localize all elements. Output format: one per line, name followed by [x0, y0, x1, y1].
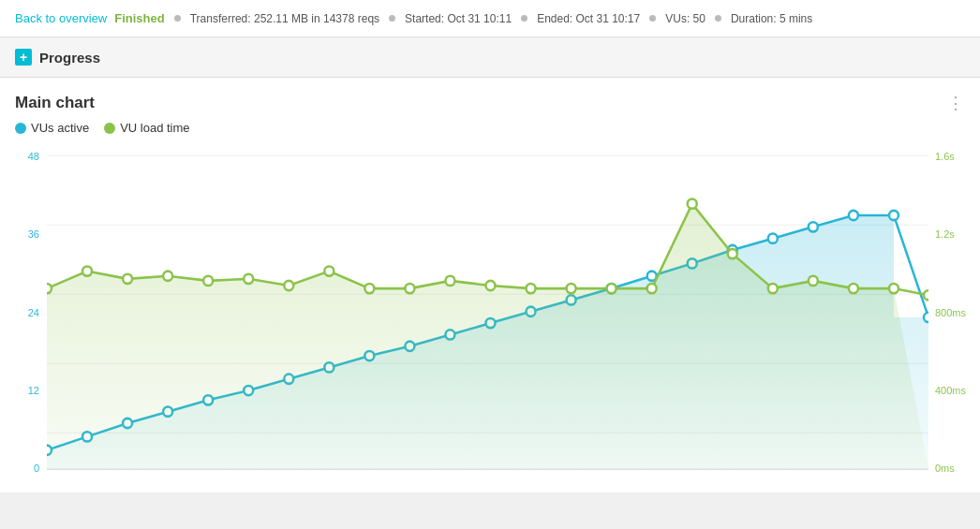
back-link[interactable]: Back to overview	[15, 11, 107, 25]
progress-title: + Progress	[15, 49, 965, 66]
progress-label: Progress	[39, 50, 100, 66]
legend-dot-blue	[15, 123, 26, 134]
chart-header: Main chart ⋮	[0, 93, 980, 121]
y-label-12: 12	[0, 385, 45, 396]
svg-point-43	[527, 284, 536, 293]
svg-point-39	[364, 284, 374, 293]
legend-label-vus: VUs active	[31, 121, 89, 135]
y-label-right-0ms: 0ms	[929, 463, 980, 474]
chart-svg	[47, 146, 928, 492]
y-label-right-1.6s: 1.6s	[929, 151, 980, 162]
svg-point-35	[203, 276, 213, 286]
y-label-24: 24	[0, 307, 45, 318]
y-label-36: 36	[0, 228, 45, 240]
legend-item-vus: VUs active	[15, 121, 89, 135]
svg-point-49	[768, 284, 778, 293]
svg-point-38	[324, 266, 334, 275]
plus-icon: +	[15, 49, 32, 66]
y-axis-right: 1.6s 1.2s 800ms 400ms 0ms	[929, 146, 980, 492]
svg-point-51	[849, 284, 858, 293]
svg-point-48	[728, 249, 737, 258]
dot-separator-5	[715, 15, 721, 22]
meta-duration: Duration: 5 mins	[731, 12, 812, 25]
status-badge: Finished	[114, 11, 164, 25]
svg-point-29	[924, 313, 928, 322]
meta-vus: VUs: 50	[665, 12, 705, 25]
svg-point-25	[768, 234, 778, 243]
y-label-right-800ms: 800ms	[929, 307, 980, 318]
progress-section: + Progress	[0, 37, 980, 78]
chart-section: Main chart ⋮ VUs active VU load time 48 …	[0, 78, 980, 492]
svg-point-28	[889, 211, 898, 220]
dot-separator-1	[174, 15, 181, 22]
svg-point-41	[445, 276, 454, 286]
svg-point-26	[809, 222, 818, 231]
chart-area: 48 36 24 12 0 1.6s 1.2s 800ms 400ms 0ms	[0, 146, 980, 492]
chart-more-button[interactable]: ⋮	[947, 93, 965, 113]
legend-label-loadtime: VU load time	[120, 121, 189, 135]
dot-separator-4	[649, 15, 656, 22]
legend-item-loadtime: VU load time	[104, 121, 189, 135]
svg-point-50	[809, 276, 818, 286]
svg-point-32	[82, 266, 92, 275]
y-axis-left: 48 36 24 12 0	[0, 146, 45, 492]
meta-started: Started: Oct 31 10:11	[405, 12, 512, 25]
svg-point-34	[163, 272, 172, 281]
svg-point-42	[485, 281, 495, 290]
svg-point-46	[647, 284, 657, 293]
svg-point-47	[688, 199, 697, 209]
svg-point-40	[405, 284, 414, 293]
svg-point-27	[849, 211, 858, 220]
dot-separator-2	[389, 15, 395, 22]
y-label-0: 0	[0, 463, 45, 474]
y-label-right-400ms: 400ms	[929, 385, 980, 396]
svg-point-33	[123, 274, 132, 284]
chart-legend: VUs active VU load time	[0, 121, 980, 146]
legend-dot-green	[104, 123, 115, 134]
chart-title: Main chart	[15, 94, 95, 112]
top-bar: Back to overview Finished Transferred: 2…	[0, 0, 980, 37]
meta-ended: Ended: Oct 31 10:17	[537, 12, 640, 25]
dot-separator-3	[521, 15, 527, 22]
svg-point-52	[889, 284, 898, 293]
svg-point-45	[607, 284, 616, 293]
y-label-48: 48	[0, 151, 45, 162]
svg-point-53	[924, 290, 928, 300]
svg-point-36	[244, 274, 253, 284]
meta-transferred: Transferred: 252.11 MB in 14378 reqs	[190, 12, 379, 25]
svg-point-44	[567, 284, 576, 293]
svg-point-37	[284, 281, 293, 290]
y-label-right-1.2s: 1.2s	[929, 228, 980, 240]
svg-point-31	[47, 284, 52, 293]
